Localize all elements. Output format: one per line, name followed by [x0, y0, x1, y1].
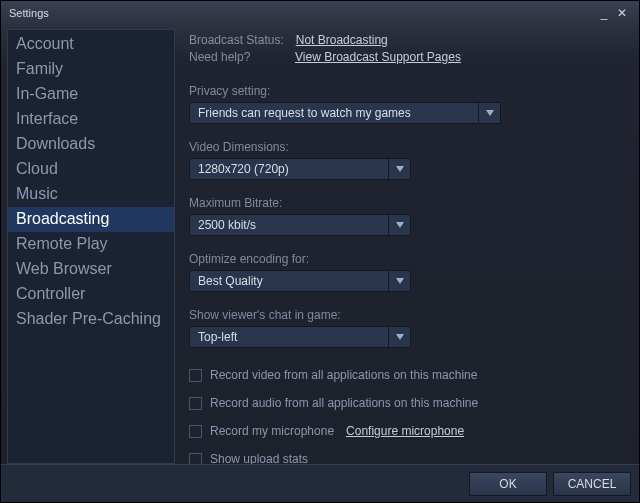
sidebar-item-shader-precaching[interactable]: Shader Pre-Caching	[8, 307, 174, 332]
encoding-label: Optimize encoding for:	[189, 252, 621, 266]
minimize-icon[interactable]: _	[595, 6, 613, 20]
help-row: Need help? View Broadcast Support Pages	[189, 50, 621, 64]
sidebar-item-broadcasting[interactable]: Broadcasting	[8, 207, 174, 232]
sidebar-item-family[interactable]: Family	[8, 57, 174, 82]
dimensions-label: Video Dimensions:	[189, 140, 621, 154]
sidebar-item-label: Interface	[16, 110, 78, 127]
chevron-down-icon	[478, 102, 500, 124]
sidebar-item-account[interactable]: Account	[8, 32, 174, 57]
sidebar-item-label: Shader Pre-Caching	[16, 310, 161, 327]
sidebar-item-label: In-Game	[16, 85, 78, 102]
chat-select[interactable]: Top-left	[189, 326, 411, 348]
sidebar-item-label: Web Browser	[16, 260, 112, 277]
sidebar-item-label: Cloud	[16, 160, 58, 177]
broadcast-status-label: Broadcast Status:	[189, 33, 284, 47]
sidebar-item-label: Account	[16, 35, 74, 52]
window-title: Settings	[9, 7, 49, 19]
record-mic-label: Record my microphone	[210, 424, 334, 438]
upload-stats-checkbox[interactable]	[189, 453, 202, 465]
close-icon[interactable]: ✕	[613, 6, 631, 20]
sidebar-item-label: Remote Play	[16, 235, 108, 252]
help-link[interactable]: View Broadcast Support Pages	[295, 50, 461, 64]
sidebar-item-cloud[interactable]: Cloud	[8, 157, 174, 182]
chevron-down-icon	[388, 326, 410, 348]
record-video-checkbox[interactable]	[189, 369, 202, 382]
help-label: Need help?	[189, 50, 283, 64]
sidebar-item-label: Downloads	[16, 135, 95, 152]
privacy-select[interactable]: Friends can request to watch my games	[189, 102, 501, 124]
broadcast-status-link[interactable]: Not Broadcasting	[296, 33, 388, 47]
dimensions-select[interactable]: 1280x720 (720p)	[189, 158, 411, 180]
record-audio-label: Record audio from all applications on th…	[210, 396, 478, 410]
footer: OK CANCEL	[1, 464, 639, 502]
sidebar-item-downloads[interactable]: Downloads	[8, 132, 174, 157]
chevron-down-icon	[388, 270, 410, 292]
sidebar-item-music[interactable]: Music	[8, 182, 174, 207]
sidebar-item-label: Broadcasting	[16, 210, 109, 227]
chevron-down-icon	[388, 158, 410, 180]
record-audio-checkbox[interactable]	[189, 397, 202, 410]
dimensions-value: 1280x720 (720p)	[190, 159, 388, 179]
sidebar-item-label: Family	[16, 60, 63, 77]
bitrate-select[interactable]: 2500 kbit/s	[189, 214, 411, 236]
bitrate-value: 2500 kbit/s	[190, 215, 388, 235]
encoding-value: Best Quality	[190, 271, 388, 291]
record-audio-row: Record audio from all applications on th…	[189, 396, 621, 410]
main-panel: Broadcast Status: Not Broadcasting Need …	[175, 29, 633, 464]
privacy-label: Privacy setting:	[189, 84, 621, 98]
titlebar: Settings _ ✕	[1, 1, 639, 25]
chat-value: Top-left	[190, 327, 388, 347]
settings-window: Settings _ ✕ Account Family In-Game Inte…	[0, 0, 640, 503]
sidebar-item-label: Controller	[16, 285, 85, 302]
content-area: Account Family In-Game Interface Downloa…	[1, 25, 639, 464]
sidebar-item-remote-play[interactable]: Remote Play	[8, 232, 174, 257]
record-video-label: Record video from all applications on th…	[210, 368, 477, 382]
broadcast-status-row: Broadcast Status: Not Broadcasting	[189, 33, 621, 47]
configure-microphone-link[interactable]: Configure microphone	[346, 424, 464, 438]
sidebar-item-label: Music	[16, 185, 58, 202]
chat-label: Show viewer's chat in game:	[189, 308, 621, 322]
chevron-down-icon	[388, 214, 410, 236]
upload-stats-row: Show upload stats	[189, 452, 621, 464]
cancel-button[interactable]: CANCEL	[553, 472, 631, 496]
settings-sidebar: Account Family In-Game Interface Downloa…	[7, 29, 175, 464]
record-mic-row: Record my microphone Configure microphon…	[189, 424, 621, 438]
sidebar-item-ingame[interactable]: In-Game	[8, 82, 174, 107]
bitrate-label: Maximum Bitrate:	[189, 196, 621, 210]
privacy-value: Friends can request to watch my games	[190, 103, 478, 123]
record-mic-checkbox[interactable]	[189, 425, 202, 438]
sidebar-item-interface[interactable]: Interface	[8, 107, 174, 132]
sidebar-item-controller[interactable]: Controller	[8, 282, 174, 307]
upload-stats-label: Show upload stats	[210, 452, 308, 464]
ok-button[interactable]: OK	[469, 472, 547, 496]
sidebar-item-web-browser[interactable]: Web Browser	[8, 257, 174, 282]
encoding-select[interactable]: Best Quality	[189, 270, 411, 292]
record-video-row: Record video from all applications on th…	[189, 368, 621, 382]
